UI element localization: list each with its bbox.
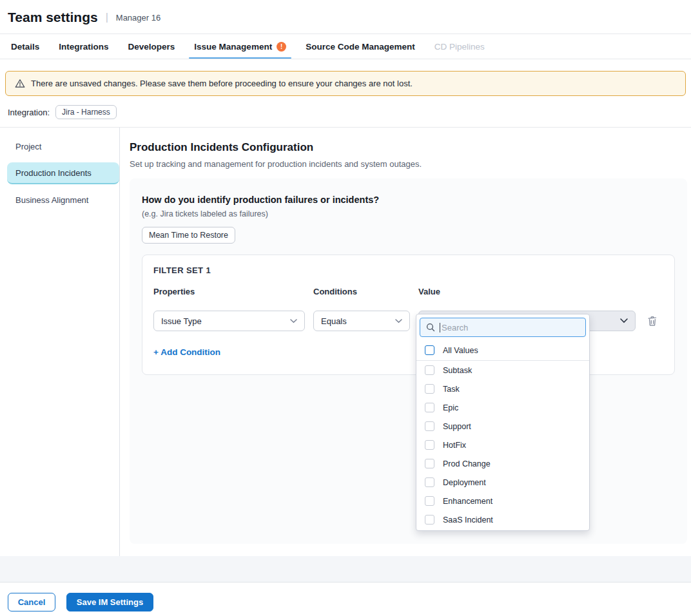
dropdown-option[interactable]: Task <box>416 380 589 398</box>
title-separator: | <box>106 12 108 23</box>
incidents-config-card: How do you identify production failures … <box>130 178 687 544</box>
tab-label: Integrations <box>59 42 108 52</box>
tab-label: Details <box>11 42 39 52</box>
column-header-properties: Properties <box>153 287 305 296</box>
dropdown-option[interactable]: Enhancement <box>416 492 589 510</box>
tab[interactable]: Details <box>11 34 39 59</box>
option-label: HotFix <box>443 441 466 450</box>
filter-set-title: FILTER SET 1 <box>153 265 663 275</box>
integration-row: Integration: Jira - Harness <box>0 96 691 127</box>
unsaved-changes-banner: There are unsaved changes. Please save t… <box>5 71 686 96</box>
delete-filter-button[interactable] <box>644 313 661 329</box>
conditions-select-value: Equals <box>321 316 347 326</box>
option-checkbox[interactable] <box>425 365 434 375</box>
dropdown-option[interactable]: Subtask <box>416 361 589 380</box>
dropdown-option[interactable]: HotFix <box>416 436 589 454</box>
properties-select-value: Issue Type <box>161 316 202 326</box>
sidebar-item[interactable]: Project <box>7 136 119 157</box>
option-label: SaaS Incident <box>443 515 493 525</box>
cancel-button[interactable]: Cancel <box>8 593 55 611</box>
warning-triangle-icon <box>15 79 25 88</box>
conditions-select[interactable]: Equals <box>313 311 410 331</box>
chevron-down-icon <box>620 318 628 323</box>
tab-label: Developers <box>128 42 175 52</box>
option-label: Epic <box>443 403 458 412</box>
option-label: Task <box>443 385 460 394</box>
dropdown-option[interactable]: Epic <box>416 398 589 417</box>
dropdown-search[interactable] <box>420 318 586 337</box>
page-subtitle: Manager 16 <box>116 13 161 23</box>
section-subtitle: Set up tracking and management for produ… <box>130 159 687 169</box>
chevron-down-icon <box>290 319 297 323</box>
properties-select[interactable]: Issue Type <box>153 311 305 331</box>
tab-label: CD Pipelines <box>434 42 485 52</box>
option-label: Enhancement <box>443 497 492 506</box>
tab[interactable]: Source Code Management <box>306 34 415 59</box>
dropdown-option[interactable]: Prod Change <box>416 454 589 473</box>
footer-strip <box>0 556 691 582</box>
text-cursor <box>440 323 440 332</box>
footer-actions: Cancel Save IM Settings <box>0 582 691 616</box>
integration-chip[interactable]: Jira - Harness <box>55 105 117 119</box>
banner-text: There are unsaved changes. Please save t… <box>31 79 413 88</box>
tab[interactable]: Developers <box>128 34 175 59</box>
sidebar-item-label: Production Incidents <box>15 168 92 178</box>
search-input[interactable] <box>442 323 579 332</box>
main-panel: Production Incidents Configuration Set u… <box>120 128 691 556</box>
trash-icon <box>647 316 657 327</box>
option-checkbox[interactable] <box>425 477 434 487</box>
add-condition-button[interactable]: + Add Condition <box>153 347 220 357</box>
option-checkbox[interactable] <box>425 440 434 450</box>
option-checkbox[interactable] <box>425 496 434 506</box>
value-dropdown-panel: All Values Subtask Task Epic Support <box>416 314 590 531</box>
option-label: Prod Change <box>443 459 491 468</box>
tab-label: Source Code Management <box>306 42 415 52</box>
sidebar-item[interactable]: Business Alignment <box>7 189 119 211</box>
search-icon <box>426 323 435 332</box>
question-hint: (e.g. Jira tickets labeled as failures) <box>142 209 675 218</box>
page-title: Team settings <box>8 10 98 25</box>
tab[interactable]: Issue Management ! <box>194 34 286 59</box>
all-values-option[interactable]: All Values <box>416 340 589 361</box>
integration-label: Integration: <box>8 108 50 117</box>
option-checkbox[interactable] <box>425 515 434 525</box>
metric-chip[interactable]: Mean Time to Restore <box>142 227 235 244</box>
section-title: Production Incidents Configuration <box>130 141 687 154</box>
dropdown-option-list: Subtask Task Epic Support HotFix <box>416 361 589 531</box>
tab[interactable]: Integrations <box>59 34 108 59</box>
dropdown-option[interactable]: SaaS Incident <box>416 510 589 529</box>
column-header-value: Value <box>418 287 636 296</box>
save-im-settings-button[interactable]: Save IM Settings <box>66 593 153 611</box>
sidebar-item-label: Project <box>15 142 41 151</box>
option-checkbox[interactable] <box>425 421 434 431</box>
dropdown-option[interactable]: Deployment <box>416 473 589 492</box>
column-header-conditions: Conditions <box>313 287 410 296</box>
tab[interactable]: CD Pipelines <box>434 34 485 59</box>
page-header: Team settings | Manager 16 <box>0 0 691 34</box>
checkbox-all-values[interactable] <box>425 345 434 355</box>
dropdown-option[interactable]: Customer Notification <box>416 529 589 531</box>
option-label: Support <box>443 422 471 431</box>
sidebar-item-label: Business Alignment <box>15 195 88 205</box>
filter-set-box: FILTER SET 1 Properties Conditions Value… <box>142 255 675 375</box>
option-label: Subtask <box>443 366 472 375</box>
sidebar-item[interactable]: Production Incidents <box>7 162 119 184</box>
option-checkbox[interactable] <box>425 384 434 394</box>
question-heading: How do you identify production failures … <box>142 195 675 205</box>
tab-bar: Details Integrations Developers Issue Ma… <box>0 34 691 59</box>
dropdown-option[interactable]: Support <box>416 417 589 436</box>
chevron-down-icon <box>395 319 402 323</box>
option-checkbox[interactable] <box>425 459 434 468</box>
tab-label: Issue Management <box>194 42 272 52</box>
option-checkbox[interactable] <box>425 403 434 412</box>
all-values-label: All Values <box>443 346 478 355</box>
settings-sidebar: Project Production Incidents Business Al… <box>0 128 120 556</box>
alert-badge-icon: ! <box>277 42 286 52</box>
option-label: Deployment <box>443 478 486 487</box>
